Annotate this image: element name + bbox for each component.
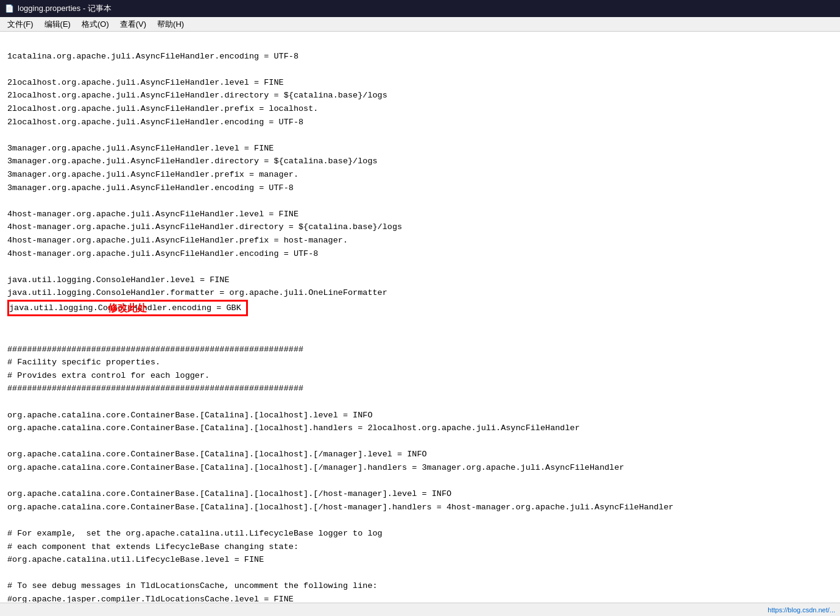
text-line: org.apache.catalina.core.ContainerBase.[… bbox=[7, 501, 833, 514]
content-area[interactable]: 1catalina.org.apache.juli.AsyncFileHandl… bbox=[0, 32, 840, 603]
text-line: 2localhost.org.apache.juli.AsyncFileHand… bbox=[7, 89, 833, 102]
text-line: 2localhost.org.apache.juli.AsyncFileHand… bbox=[7, 116, 833, 129]
text-line bbox=[7, 129, 833, 142]
highlighted-line: java.util.logging.ConsoleHandler.encodin… bbox=[7, 300, 248, 317]
text-line: # For example, set the org.apache.catali… bbox=[7, 527, 833, 540]
menu-item-view[interactable]: 查看(V) bbox=[115, 18, 151, 31]
title-bar-title: logging.properties - 记事本 bbox=[18, 3, 111, 14]
text-line bbox=[7, 330, 833, 343]
text-line bbox=[7, 260, 833, 274]
text-line: 2localhost.org.apache.juli.AsyncFileHand… bbox=[7, 102, 833, 116]
text-line bbox=[7, 567, 833, 580]
title-bar: 📄 logging.properties - 记事本 bbox=[0, 0, 840, 17]
text-line: java.util.logging.ConsoleHandler.formatt… bbox=[7, 286, 833, 300]
empty-line bbox=[7, 316, 833, 330]
annotation-label: 修改此处 bbox=[108, 300, 147, 316]
menu-item-help[interactable]: 帮助(H) bbox=[152, 18, 189, 31]
text-line bbox=[7, 435, 833, 448]
text-line: #org.apache.catalina.util.LifecycleBase.… bbox=[7, 553, 833, 567]
text-line: 2localhost.org.apache.juli.AsyncFileHand… bbox=[7, 76, 833, 90]
text-line bbox=[7, 514, 833, 527]
text-line: 4host-manager.org.apache.juli.AsyncFileH… bbox=[7, 221, 833, 234]
menu-bar: 文件(F) 编辑(E) 格式(O) 查看(V) 帮助(H) bbox=[0, 17, 840, 32]
status-bar: https://blog.csdn.net/... bbox=[0, 603, 840, 616]
text-line: # Provides extra control for each logger… bbox=[7, 369, 833, 383]
menu-item-edit[interactable]: 编辑(E) bbox=[40, 18, 76, 31]
highlighted-section: java.util.logging.ConsoleHandler.encodin… bbox=[7, 300, 833, 317]
text-line: org.apache.catalina.core.ContainerBase.[… bbox=[7, 422, 833, 435]
text-line: 3manager.org.apache.juli.AsyncFileHandle… bbox=[7, 182, 833, 195]
text-line: 4host-manager.org.apache.juli.AsyncFileH… bbox=[7, 234, 833, 247]
text-line: 3manager.org.apache.juli.AsyncFileHandle… bbox=[7, 142, 833, 155]
text-line: 4host-manager.org.apache.juli.AsyncFileH… bbox=[7, 208, 833, 221]
text-line: # each component that extends LifecycleB… bbox=[7, 540, 833, 554]
text-line bbox=[7, 194, 833, 208]
menu-item-format[interactable]: 格式(O) bbox=[77, 18, 114, 31]
text-line: # To see debug messages in TldLocationsC… bbox=[7, 579, 833, 593]
text-line: org.apache.catalina.core.ContainerBase.[… bbox=[7, 461, 833, 475]
menu-item-file[interactable]: 文件(F) bbox=[2, 18, 38, 31]
text-line bbox=[7, 63, 833, 76]
text-line bbox=[7, 475, 833, 488]
text-line: ########################################… bbox=[7, 382, 833, 395]
text-line: org.apache.catalina.core.ContainerBase.[… bbox=[7, 409, 833, 422]
text-line: 1catalina.org.apache.juli.AsyncFileHandl… bbox=[7, 50, 833, 63]
text-line: org.apache.catalina.core.ContainerBase.[… bbox=[7, 487, 833, 501]
text-line bbox=[7, 395, 833, 409]
red-highlight-box: java.util.logging.ConsoleHandler.encodin… bbox=[7, 300, 248, 317]
text-line: java.util.logging.ConsoleHandler.level =… bbox=[7, 274, 833, 287]
text-line: ########################################… bbox=[7, 343, 833, 356]
text-line: 3manager.org.apache.juli.AsyncFileHandle… bbox=[7, 168, 833, 182]
text-line: # Facility specific properties. bbox=[7, 356, 833, 369]
status-url: https://blog.csdn.net/... bbox=[768, 606, 835, 614]
text-line: org.apache.catalina.core.ContainerBase.[… bbox=[7, 448, 833, 461]
title-bar-icon: 📄 bbox=[5, 4, 14, 13]
text-line: 4host-manager.org.apache.juli.AsyncFileH… bbox=[7, 247, 833, 261]
text-line: #org.apache.jasper.compiler.TldLocations… bbox=[7, 593, 833, 603]
text-line: 3manager.org.apache.juli.AsyncFileHandle… bbox=[7, 155, 833, 168]
